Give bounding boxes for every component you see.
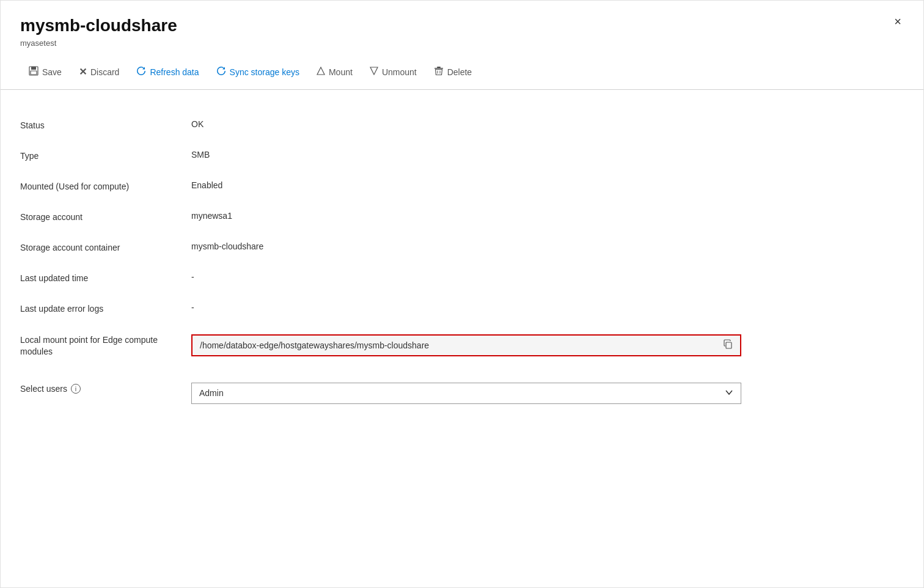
info-icon: i [71,384,81,394]
storage-account-row: Storage account mynewsa1 [20,201,904,232]
select-users-dropdown[interactable]: Admin [191,383,741,404]
svg-rect-9 [726,342,732,348]
mount-icon [317,67,325,78]
panel-title: mysmb-cloudshare [20,15,904,36]
refresh-icon [136,66,146,78]
unmount-icon [370,67,378,78]
discard-label: Discard [90,67,119,77]
last-update-error-logs-value: - [191,303,904,312]
sync-icon [216,66,226,78]
content: Status OK Type SMB Mounted (Used for com… [1,90,923,433]
last-updated-time-value: - [191,272,904,282]
last-updated-time-label: Last updated time [20,272,191,283]
discard-button[interactable]: ✕ Discard [70,62,128,81]
unmount-label: Unmount [382,67,417,77]
status-row: Status OK [20,109,904,140]
save-button[interactable]: Save [20,62,70,82]
mounted-value: Enabled [191,180,904,190]
last-update-error-logs-row: Last update error logs - [20,293,904,323]
mount-button[interactable]: Mount [308,63,361,81]
close-button[interactable]: × [889,13,906,30]
svg-marker-4 [370,67,378,75]
storage-account-container-label: Storage account container [20,241,191,252]
panel-header: mysmb-cloudshare myasetest [1,1,923,48]
status-value: OK [191,119,904,129]
save-icon [29,66,38,78]
type-value: SMB [191,150,904,160]
select-users-value: Admin [199,388,224,398]
storage-account-value: mynewsa1 [191,211,904,221]
local-mount-field: /home/databox-edge/hostgatewayshares/mys… [191,334,904,356]
mounted-label: Mounted (Used for compute) [20,180,191,191]
local-mount-value: /home/databox-edge/hostgatewayshares/mys… [200,340,716,350]
local-mount-label: Local mount point for Edge compute modul… [20,333,191,358]
last-update-error-logs-label: Last update error logs [20,303,191,314]
refresh-label: Refresh data [150,67,199,77]
refresh-button[interactable]: Refresh data [128,62,207,82]
sync-button[interactable]: Sync storage keys [208,62,308,82]
select-users-text: Select users [20,384,67,394]
type-row: Type SMB [20,140,904,171]
sync-label: Sync storage keys [230,67,299,77]
mount-label: Mount [329,67,353,77]
svg-rect-6 [435,68,443,69]
select-users-label: Select users i [20,383,191,394]
toolbar: Save ✕ Discard Refresh data Sync storage… [1,55,923,90]
save-label: Save [42,67,62,77]
panel: × mysmb-cloudshare myasetest Save ✕ Disc… [0,0,924,588]
last-updated-time-row: Last updated time - [20,262,904,293]
discard-icon: ✕ [79,66,87,78]
status-label: Status [20,119,191,130]
unmount-button[interactable]: Unmount [361,63,425,81]
storage-account-container-row: Storage account container mysmb-cloudsha… [20,232,904,262]
chevron-down-icon [725,388,733,399]
mounted-row: Mounted (Used for compute) Enabled [20,171,904,201]
delete-button[interactable]: Delete [425,62,480,82]
type-label: Type [20,150,191,161]
svg-rect-5 [437,67,441,68]
svg-marker-3 [317,67,324,75]
select-users-row: Select users i Admin [20,373,904,414]
copy-button[interactable] [721,338,735,353]
delete-label: Delete [447,67,472,77]
storage-account-container-value: mysmb-cloudshare [191,241,904,251]
svg-rect-1 [31,67,36,70]
delete-icon [434,66,444,78]
storage-account-label: Storage account [20,211,191,222]
panel-subtitle: myasetest [20,39,904,48]
local-mount-input-wrapper: /home/databox-edge/hostgatewayshares/mys… [191,334,741,356]
svg-rect-2 [31,71,37,75]
select-users-field: Admin [191,383,904,404]
local-mount-row: Local mount point for Edge compute modul… [20,323,904,368]
